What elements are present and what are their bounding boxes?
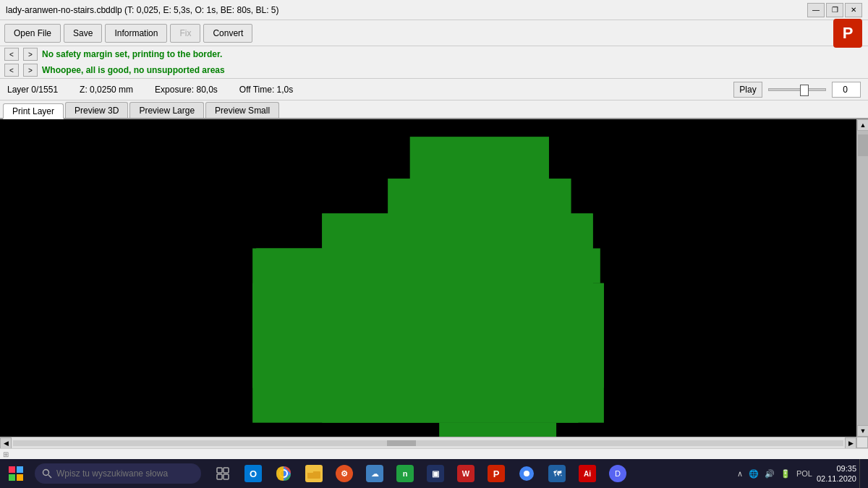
- open-file-button[interactable]: Open File: [4, 24, 61, 43]
- information-button[interactable]: Information: [105, 24, 167, 43]
- info-row-2: < > Whoopee, all is good, no unsupported…: [0, 62, 868, 78]
- chrome-button[interactable]: [269, 459, 298, 488]
- scroll-right-arrow[interactable]: ▶: [845, 437, 856, 449]
- main-canvas: ▲ ▼ ◀ ▶: [0, 119, 868, 448]
- tabs: Print Layer Preview 3D Preview Large Pre…: [0, 100, 868, 119]
- app-logo: P: [832, 17, 864, 49]
- vertical-scroll-thumb[interactable]: [858, 134, 868, 156]
- warning-text-2: Whoopee, all is good, no unsupported are…: [42, 65, 225, 75]
- minimize-button[interactable]: —: [807, 3, 825, 17]
- nav-next-1[interactable]: >: [23, 48, 38, 61]
- outlook-button[interactable]: O: [239, 459, 268, 488]
- scroll-down-arrow[interactable]: ▼: [857, 425, 868, 437]
- chrome2-button[interactable]: [512, 459, 541, 488]
- horizontal-scroll-thumb[interactable]: [387, 440, 416, 446]
- vertical-scrollbar[interactable]: ▲ ▼: [856, 119, 868, 437]
- resize-grip: ⊞: [3, 450, 9, 458]
- convert-button[interactable]: Convert: [203, 24, 252, 43]
- app8-button[interactable]: ▣: [421, 459, 450, 488]
- search-icon: [42, 468, 52, 479]
- tray-network[interactable]: 🌐: [747, 468, 760, 480]
- acrobat-icon: Ai: [579, 465, 596, 482]
- info-rows: < > No safety margin set, printing to th…: [0, 46, 868, 79]
- search-input[interactable]: [56, 468, 172, 479]
- z-info: Z: 0,0250 mm: [80, 85, 133, 95]
- nav-prev-1[interactable]: <: [4, 48, 19, 61]
- svg-rect-30: [307, 470, 313, 473]
- acrobat-button[interactable]: Ai: [573, 459, 602, 488]
- chrome-icon: [275, 465, 292, 482]
- windows-logo-icon: [9, 466, 23, 481]
- layer-bar: Layer 0/1551 Z: 0,0250 mm Exposure: 80,0…: [0, 79, 868, 100]
- svg-rect-11: [439, 423, 556, 437]
- tab-preview-3d[interactable]: Preview 3D: [65, 102, 128, 118]
- tab-print-layer[interactable]: Print Layer: [3, 103, 64, 119]
- layer-preview-svg: [0, 119, 856, 437]
- svg-rect-1: [410, 137, 549, 179]
- tray-power[interactable]: 🔋: [779, 468, 792, 480]
- tab-preview-small[interactable]: Preview Small: [205, 102, 279, 118]
- fix-button[interactable]: Fix: [170, 24, 200, 43]
- close-button[interactable]: ✕: [845, 3, 862, 17]
- exposure-info: Exposure: 80,0s: [155, 85, 218, 95]
- tab-preview-large[interactable]: Preview Large: [129, 102, 204, 118]
- svg-line-21: [48, 475, 51, 478]
- scroll-up-arrow[interactable]: ▲: [857, 119, 868, 131]
- chitubox-icon: P: [488, 465, 505, 482]
- app5-button[interactable]: ⚙: [330, 459, 359, 488]
- info-row-1: < > No safety margin set, printing to th…: [0, 46, 868, 62]
- status-bar: ⊞: [0, 448, 868, 460]
- app9-button[interactable]: W: [451, 459, 480, 488]
- svg-rect-25: [224, 474, 229, 479]
- layer-info: Layer 0/1551: [7, 85, 58, 95]
- warning-text-1: No safety margin set, printing to the bo…: [42, 49, 222, 59]
- map-button[interactable]: 🗺: [542, 459, 571, 488]
- logo-icon: P: [833, 19, 862, 48]
- nav-next-2[interactable]: >: [23, 64, 38, 77]
- show-desktop-button[interactable]: [859, 459, 865, 488]
- svg-rect-19: [17, 474, 23, 481]
- maximize-button[interactable]: ❐: [826, 3, 843, 17]
- save-button[interactable]: Save: [64, 24, 102, 43]
- horizontal-scrollbar[interactable]: ◀ ▶: [0, 437, 856, 448]
- tray-chevron[interactable]: ∧: [736, 468, 744, 480]
- nav-prev-2[interactable]: <: [4, 64, 19, 77]
- chrome2-icon: [518, 465, 535, 482]
- chitubox-button[interactable]: P: [482, 459, 511, 488]
- taskbar: O: [0, 459, 868, 488]
- frame-input[interactable]: [832, 82, 861, 98]
- layer-slider[interactable]: [768, 82, 826, 98]
- play-area: Play: [733, 82, 861, 98]
- window-controls: — ❐ ✕: [807, 3, 862, 17]
- toolbar: Open File Save Information Fix Convert P: [0, 20, 868, 46]
- app6-button[interactable]: ☁: [360, 459, 389, 488]
- explorer-button[interactable]: [299, 459, 328, 488]
- svg-rect-18: [9, 474, 15, 481]
- svg-rect-22: [217, 468, 222, 473]
- app7-button[interactable]: n: [391, 459, 420, 488]
- taskbar-apps: O: [208, 459, 632, 488]
- off-time-info: Off Time: 1,0s: [239, 85, 293, 95]
- outlook-icon: O: [244, 465, 262, 482]
- system-tray: ∧ 🌐 🔊 🔋 POL 09:35 02.11.2020: [736, 459, 868, 488]
- tray-language[interactable]: POL: [795, 468, 814, 479]
- start-button[interactable]: [0, 459, 32, 488]
- discord-button[interactable]: D: [603, 459, 632, 488]
- app6-icon: ☁: [366, 465, 383, 482]
- taskbar-search[interactable]: [35, 463, 201, 484]
- explorer-icon: [305, 465, 323, 482]
- play-button[interactable]: Play: [733, 82, 762, 98]
- discord-icon: D: [609, 465, 626, 482]
- system-clock[interactable]: 09:35 02.11.2020: [817, 463, 856, 484]
- app7-icon: n: [396, 465, 414, 482]
- task-view-button[interactable]: [208, 459, 237, 488]
- task-view-icon: [214, 465, 231, 482]
- scroll-left-arrow[interactable]: ◀: [0, 437, 12, 449]
- svg-rect-15: [252, 283, 604, 423]
- svg-rect-23: [224, 468, 229, 473]
- app5-icon: ⚙: [336, 465, 353, 482]
- app8-icon: ▣: [427, 465, 444, 482]
- svg-point-20: [43, 470, 49, 476]
- tray-sound[interactable]: 🔊: [763, 468, 776, 480]
- scrollbar-corner: [856, 437, 868, 448]
